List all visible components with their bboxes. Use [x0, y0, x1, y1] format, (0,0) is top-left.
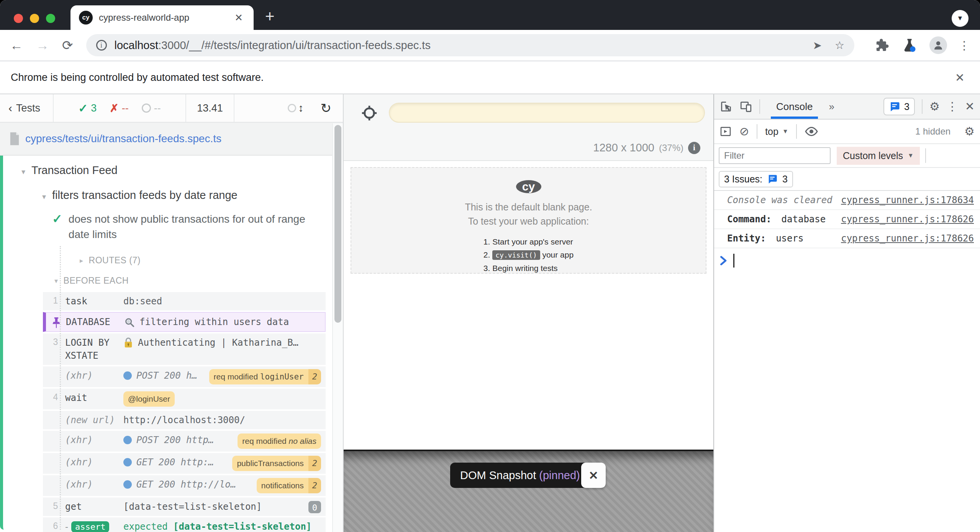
zoom-window-button[interactable] [46, 14, 55, 23]
cypress-extension-flask-icon[interactable] [901, 37, 918, 54]
tab-strip: cy cypress-realworld-app ✕ + ▼ [0, 0, 980, 30]
console-messages: Console was cleared cypress_runner.js:17… [714, 191, 980, 532]
console-filter-row: Custom levels▼ [714, 144, 980, 168]
extensions-puzzle-icon[interactable] [874, 38, 890, 53]
command-log: 1 task db:seed DATABASE filtering wi [43, 292, 326, 532]
active-tab-underline [771, 117, 818, 119]
console-prompt[interactable] [714, 248, 980, 268]
minimize-window-button[interactable] [30, 14, 39, 23]
infobar-close-icon[interactable]: ✕ [955, 71, 965, 84]
command-row-database-pinned[interactable]: DATABASE filtering within users data [43, 312, 326, 332]
command-row-get[interactable]: 5 get [data-test=list-skeleton] 0 [43, 498, 326, 516]
badge-count: 2 [308, 478, 321, 493]
collapse-caret-icon[interactable]: ▾ [54, 277, 58, 285]
test-duration: 13.41 [186, 94, 234, 122]
inspect-element-icon[interactable] [719, 100, 733, 113]
routes-label: ROUTES (7) [89, 255, 141, 266]
command-row-new-url[interactable]: (new url) http://localhost:3000/ [43, 411, 326, 429]
collapse-caret-icon[interactable]: ▾ [21, 164, 25, 176]
send-to-device-icon[interactable]: ➤ [813, 39, 821, 52]
devtools-settings-gear-icon[interactable]: ⚙ [929, 101, 940, 112]
context-selector[interactable]: top▼ [765, 126, 788, 137]
profile-avatar[interactable] [929, 36, 947, 54]
spec-file-link[interactable]: cypress/tests/ui/transaction-feeds.spec.… [25, 133, 221, 145]
devtools-close-icon[interactable]: ✕ [965, 101, 975, 112]
clear-console-icon[interactable]: ⊘ [739, 126, 749, 137]
url-text[interactable]: localhost:3000/__/#/tests/integration/ui… [115, 39, 431, 52]
issues-bar-button[interactable]: 3 Issues: 3 [719, 171, 793, 187]
command-row-xhr-public-transactions[interactable]: (xhr) GET 200 http:… publicTransactions2 [43, 453, 326, 474]
scrollbar-thumb[interactable] [334, 125, 341, 323]
reload-icon[interactable]: ⟳ [62, 39, 73, 52]
log-levels-dropdown[interactable]: Custom levels▼ [837, 147, 920, 165]
routes-section-header[interactable]: ▸ ROUTES (7) [80, 255, 332, 266]
command-row-xhr-noalias[interactable]: (xhr) POST 200 http… req modified no ali… [43, 431, 326, 452]
hook-guide-line [60, 246, 61, 530]
issues-bubble-icon [889, 101, 900, 112]
badge-count: 2 [308, 456, 321, 471]
test-case-row[interactable]: ✓ does not show public transactions for … [3, 212, 332, 242]
xhr-dot-icon [123, 436, 132, 444]
alias-badge: @loginUser [123, 391, 175, 407]
selector-playground-icon[interactable] [361, 104, 378, 122]
bookmark-star-icon[interactable]: ☆ [835, 39, 844, 52]
suite-block: ▾ Transaction Feed ▾ filters transaction… [0, 156, 332, 530]
suite-filters-by-date-range[interactable]: ▾ filters transaction feeds by date rang… [3, 189, 332, 202]
text-cursor [733, 254, 734, 268]
tab-search-button[interactable]: ▼ [952, 10, 969, 27]
reporter-scrollbar[interactable] [332, 123, 343, 532]
back-icon[interactable]: ← [10, 39, 23, 52]
dom-snapshot-pill: DOM Snapshot (pinned) [450, 463, 590, 488]
browser-window: cy cypress-realworld-app ✕ + ▼ ← → ⟳ loc… [0, 0, 980, 532]
reporter-header: ‹ Tests ✓3 ✗-- -- 13.41 ↕ ↻ [0, 94, 343, 123]
console-sidebar-toggle-icon[interactable] [719, 125, 732, 138]
command-row-assert[interactable]: 6 -assert expected [data-test=list-skele… [43, 517, 326, 532]
filter-input[interactable] [719, 147, 831, 164]
more-tabs-icon[interactable]: » [829, 101, 834, 113]
command-row-xhr-login[interactable]: (xhr) POST 200 h… req modified loginUser… [43, 366, 326, 387]
expand-caret-icon[interactable]: ▸ [80, 256, 84, 265]
app-stage: 1280 x 1000 (37%) cy This is the default… [344, 94, 713, 532]
rerun-tests-icon[interactable]: ↻ [321, 100, 332, 116]
console-settings-gear-icon[interactable]: ⚙ [964, 126, 975, 137]
address-bar[interactable]: localhost:3000/__/#/tests/integration/ui… [86, 34, 855, 56]
back-to-tests-label: Tests [16, 102, 40, 114]
test-title: does not show public transactions for ou… [69, 212, 317, 242]
suite-transaction-feed[interactable]: ▾ Transaction Feed [3, 164, 332, 177]
tab-console[interactable]: Console [767, 94, 822, 119]
viewport-scale: (37%) [659, 143, 683, 153]
source-link[interactable]: cypress_runner.js:178634 [841, 195, 974, 205]
route-badge: publicTransactions2 [232, 456, 321, 471]
issues-counter-button[interactable]: 3 [883, 98, 915, 115]
aut-url-bar[interactable] [389, 103, 705, 123]
browser-tab[interactable]: cy cypress-realworld-app ✕ [70, 5, 254, 30]
back-to-tests-button[interactable]: ‹ Tests [0, 94, 54, 122]
before-each-section-header[interactable]: ▾ BEFORE EACH [54, 276, 332, 286]
issues-bubble-icon [767, 174, 778, 184]
browser-menu-icon[interactable]: ⋮ [959, 39, 970, 52]
magnifier-icon [124, 317, 135, 328]
viewport-info-icon[interactable] [688, 142, 700, 154]
hidden-messages-label[interactable]: 1 hidden [915, 126, 951, 137]
failed-stat: ✗-- [110, 102, 128, 115]
new-tab-button[interactable]: + [265, 8, 275, 25]
source-link[interactable]: cypress_runner.js:178626 [841, 233, 974, 244]
macos-traffic-lights[interactable] [14, 14, 55, 23]
command-row-wait[interactable]: 4 wait @loginUser [43, 389, 326, 409]
command-row-login-by-xstate[interactable]: 3 LOGIN BY XSTATE Authenticating | Katha… [43, 333, 326, 365]
pending-circle-icon [142, 103, 151, 113]
collapse-caret-icon[interactable]: ▾ [42, 189, 46, 201]
assert-chip: assert [71, 521, 109, 532]
unpin-snapshot-button[interactable]: ✕ [581, 463, 606, 488]
page-info-icon[interactable] [96, 40, 107, 51]
source-link[interactable]: cypress_runner.js:178626 [841, 214, 974, 225]
command-row-task[interactable]: 1 task db:seed [43, 292, 326, 310]
tab-close-icon[interactable]: ✕ [232, 12, 245, 24]
eye-icon[interactable] [805, 125, 818, 138]
forward-icon[interactable]: → [36, 39, 49, 52]
devtools-menu-icon[interactable]: ⋮ [947, 101, 958, 112]
device-toolbar-icon[interactable] [739, 100, 752, 113]
auto-scroll-toggle[interactable]: ↕ [288, 102, 304, 114]
command-row-xhr-notifications[interactable]: (xhr) GET 200 http://lo… notifications2 [43, 475, 326, 496]
close-window-button[interactable] [14, 14, 23, 23]
